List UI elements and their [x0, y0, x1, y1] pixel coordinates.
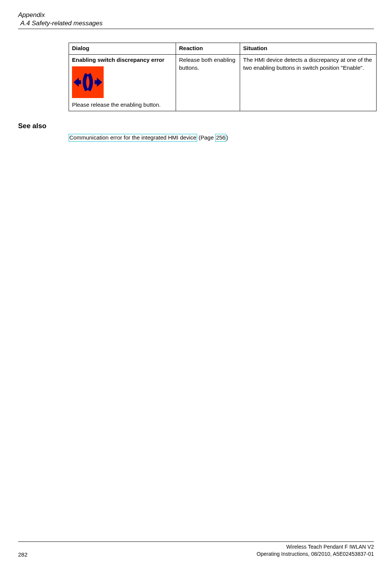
- table-header-row: Dialog Reaction Situation: [69, 43, 377, 55]
- header-rule: [18, 29, 374, 29]
- footer-page-number: 282: [18, 551, 28, 558]
- column-header-dialog: Dialog: [69, 43, 176, 55]
- header-section-title: A.4 Safety-related messages: [20, 20, 374, 27]
- footer-rule: [18, 541, 374, 542]
- cell-dialog: Enabling switch discrepancy error: [69, 55, 176, 111]
- footer-doc-title: Wireless Teach Pendant F IWLAN V2: [257, 543, 374, 551]
- header-appendix: Appendix: [18, 11, 374, 19]
- page-header: Appendix A.4 Safety-related messages: [18, 11, 374, 29]
- table-row: Enabling switch discrepancy error: [69, 55, 377, 111]
- see-also-open-paren: (Page: [197, 134, 215, 141]
- column-header-situation: Situation: [240, 43, 377, 55]
- svg-marker-0: [74, 78, 81, 87]
- svg-marker-1: [95, 78, 102, 87]
- footer-doc-info: Wireless Teach Pendant F IWLAN V2 Operat…: [257, 543, 374, 558]
- see-also-link[interactable]: Communication error for the integrated H…: [69, 134, 197, 142]
- cell-situation: The HMI device detects a discrepancy at …: [240, 55, 377, 111]
- dialog-title: Enabling switch discrepancy error: [72, 56, 173, 64]
- messages-table: Dialog Reaction Situation Enabling switc…: [69, 43, 377, 111]
- cell-reaction: Release both enabling buttons.: [176, 55, 240, 111]
- see-also-page-link[interactable]: 256: [215, 134, 226, 142]
- see-also-heading: See also: [18, 122, 374, 130]
- enabling-switch-discrepancy-icon: [72, 66, 104, 98]
- footer-doc-meta: Operating Instructions, 08/2010, A5E0245…: [257, 551, 374, 558]
- column-header-reaction: Reaction: [176, 43, 240, 55]
- see-also-close-paren: ): [226, 134, 228, 141]
- content-body: Dialog Reaction Situation Enabling switc…: [69, 43, 374, 111]
- dialog-instruction: Please release the enabling button.: [72, 101, 173, 109]
- page-footer: 282 Wireless Teach Pendant F IWLAN V2 Op…: [18, 541, 374, 558]
- see-also-line: Communication error for the integrated H…: [69, 134, 374, 142]
